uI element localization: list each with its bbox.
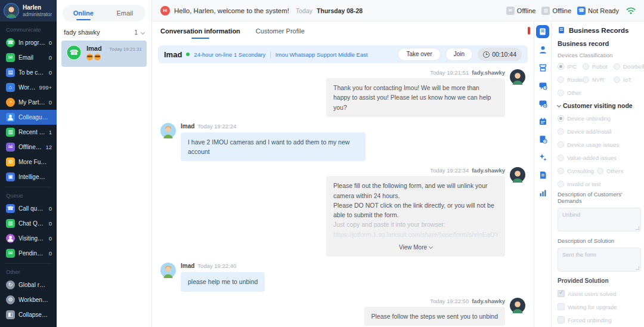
sidebar-item-offline-messages[interactable]: Offline Me... 12	[0, 140, 57, 155]
shop-icon[interactable]	[536, 61, 549, 74]
devices-classification-label: Devices Classification	[558, 52, 644, 58]
sidebar-item-call-queue[interactable]: Call queue 0	[0, 201, 57, 216]
contact-icon[interactable]	[536, 43, 549, 56]
message-link-line: https://jotform.1.sg.larksuit.com/share/…	[333, 230, 498, 239]
conversation-list-panel: Online Email fady shawky 1 ☎ Imad Today …	[57, 0, 152, 327]
notes-icon[interactable]	[536, 168, 549, 181]
sidebar-item-count: 999+	[39, 84, 52, 91]
sidebar-item-intelligent[interactable]: Intelligent C...	[0, 169, 57, 184]
radio-label: NVR	[592, 76, 604, 83]
smart-assist-icon[interactable]	[536, 150, 549, 164]
sidebar-item-to-be-completed[interactable]: To be comp... 0	[0, 65, 57, 80]
clock-icon	[483, 51, 490, 58]
sidebar-item-email[interactable]: Email 0	[0, 50, 57, 65]
record-history-icon[interactable]	[536, 132, 549, 146]
message-history-icon[interactable]	[536, 79, 549, 92]
chat-status-toggle[interactable]: ▥ Offline	[541, 7, 571, 15]
solution-label: Description of Solution	[558, 237, 644, 244]
email-status-label: Offline	[517, 7, 536, 14]
sidebar-item-in-progress[interactable]: In progress 0	[0, 35, 57, 50]
radio-iot[interactable]: IoT	[614, 76, 644, 83]
business-records-icon[interactable]	[536, 25, 549, 38]
agent-avatar	[510, 167, 525, 183]
todo-icon	[6, 68, 15, 77]
message-list[interactable]: Today 19:21:51 fady.shawky Thank you for…	[152, 67, 534, 327]
sidebar-item-more-function[interactable]: More Function	[0, 155, 57, 169]
radio-consulting[interactable]: Consulting	[558, 168, 597, 174]
sidebar-item-label: In progress	[18, 39, 45, 46]
sidebar-item-count: 1	[49, 129, 52, 135]
radio-doorbell[interactable]: Doorbell	[614, 63, 644, 70]
channel-tabs: Online Email	[63, 5, 145, 21]
radio-icon	[558, 141, 564, 148]
provided-solution-group: Assist users solved Waiting for upgrade …	[558, 290, 644, 327]
checkbox-forced-unbinding[interactable]: Forced unbinding	[558, 316, 644, 323]
app-root: Harlen administrator Communicate In prog…	[0, 0, 644, 327]
user-block[interactable]: Harlen administrator	[0, 0, 57, 21]
tab-online[interactable]: Online	[63, 5, 104, 21]
sidebar-item-label: Workor...	[18, 84, 36, 91]
sidebar-item-colleagues[interactable]: Colleague's	[0, 110, 57, 125]
sidebar-item-recent-contacts[interactable]: Recent con... 1	[0, 125, 57, 140]
visiting-node-header[interactable]: Customer visiting node	[558, 102, 644, 109]
visiting-node-group: Device unbinding Device add/install Devi…	[558, 115, 644, 187]
tab-email[interactable]: Email	[104, 5, 146, 21]
radio-label: Consulting	[567, 168, 594, 174]
sidebar-item-label: Visiting cus...	[18, 235, 45, 242]
checkbox-assist-users-solved[interactable]: Assist users solved	[558, 290, 644, 297]
radio-label: Invalid or test	[567, 181, 601, 187]
radio-device-unbinding[interactable]: Device unbinding	[558, 115, 644, 122]
sidebar-item-workorder[interactable]: Workor... 999+	[0, 80, 57, 95]
report-icon[interactable]	[536, 186, 549, 199]
message-settings-icon[interactable]	[536, 97, 549, 110]
checkbox-waiting-for-upgrade[interactable]: Waiting for upgrade	[558, 303, 644, 310]
customer-avatar	[160, 123, 176, 138]
radio-other[interactable]: Other	[558, 90, 583, 96]
radio-device-add-install[interactable]: Device add/install	[558, 128, 644, 135]
radio-router[interactable]: Router	[558, 76, 583, 83]
line-info: 24-hour on-line 1 Secondary	[194, 51, 265, 58]
sidebar-item-chat-queue[interactable]: Chat Queue 0	[0, 216, 57, 231]
sidebar-item-workbench-config[interactable]: Workbench c...	[0, 292, 57, 307]
take-over-button[interactable]: Take over	[398, 48, 440, 61]
sidebar-item-label: Chat Queue	[18, 220, 45, 227]
radio-robot[interactable]: Robot	[583, 63, 614, 70]
agent-avatar	[510, 69, 525, 85]
sidebar-item-collapse[interactable]: Collapse the...	[0, 307, 57, 322]
sidebar-item-global-refresh[interactable]: Global refresh	[0, 277, 57, 292]
radio-value-added-issues[interactable]: Value-added issues	[558, 155, 644, 161]
radio-ipc[interactable]: IPC	[558, 63, 583, 70]
chevron-down-icon[interactable]	[141, 30, 145, 34]
radio-label: IoT	[623, 76, 631, 83]
tab-customer-profile[interactable]: Customer Profile	[256, 27, 305, 35]
join-button[interactable]: Join	[445, 48, 473, 61]
calendar-icon[interactable]	[536, 115, 549, 128]
whatsapp-icon	[6, 38, 15, 47]
email-status-toggle[interactable]: ✉ Offline	[506, 7, 536, 15]
sidebar-item-my-participation[interactable]: My Particip... 0	[0, 95, 57, 110]
view-more-button[interactable]: View More	[333, 243, 498, 252]
radio-nvr[interactable]: NVR	[583, 76, 614, 83]
participation-icon	[6, 98, 15, 107]
refresh-icon	[6, 280, 15, 289]
radio-device-usage-issues[interactable]: Device usage issues	[558, 141, 644, 148]
tab-conversation-information[interactable]: Conversation information	[160, 27, 240, 35]
demands-textarea[interactable]: Unbind	[558, 208, 641, 232]
conversation-header-bar: Imad 24-hour on-line 1 Secondary | Imou …	[158, 45, 528, 63]
checkbox-label: Waiting for upgrade	[568, 304, 617, 310]
topbar: Hi Hello, Harlen, welcome to the system!…	[152, 0, 644, 21]
offline-message-icon	[6, 143, 15, 152]
conversation-list-item[interactable]: ☎ Imad Today 19:21:31	[61, 41, 147, 67]
phone-status-toggle[interactable]: ☎ Not Ready	[577, 7, 619, 15]
collapse-icon	[6, 310, 15, 319]
agent-group-row[interactable]: fady shawky 1	[57, 24, 151, 41]
message-time: Today 19:21:51	[430, 69, 469, 76]
message-line: Just copy and paste it into your browser…	[333, 220, 498, 229]
radio-invalid-or-test[interactable]: Invalid or test	[558, 181, 644, 187]
section-label-other: Other	[0, 264, 57, 277]
sidebar-item-pending-email[interactable]: Pending E... 0	[0, 246, 57, 261]
solution-textarea[interactable]: Sent the form	[558, 248, 641, 272]
date-text: Thursday 08-28	[317, 7, 363, 14]
sidebar-item-visiting-customer[interactable]: Visiting cus... 0	[0, 231, 57, 246]
radio-others[interactable]: Others	[597, 168, 644, 174]
